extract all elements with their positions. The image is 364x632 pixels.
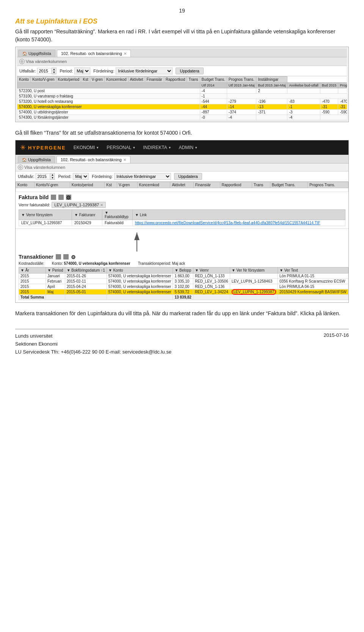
period-select[interactable]: Maj	[74, 68, 90, 74]
footer-content: Lunds universitet Sektionen Ekonomi LU S…	[15, 332, 349, 356]
nav-admin[interactable]: ADMIN ▼	[179, 145, 198, 150]
toolbar-1: ⊙ Visa vänsterkolumnen	[17, 57, 347, 66]
table-row-highlighted[interactable]: 574000, U vetenskapliga konferenser -44 …	[17, 104, 347, 110]
trans-row-1[interactable]: 2015 Januari 2015-01-26 574000, U vetens…	[19, 274, 348, 279]
filter-icon[interactable]: ▼	[74, 213, 78, 217]
spin-down[interactable]: ▼	[52, 71, 56, 74]
chevron-down-icon: ▼	[133, 146, 136, 149]
td-konto: 574000, U vetenskapliga konferenser	[107, 279, 173, 284]
th-konto: Konto	[16, 182, 35, 188]
faktura-bild-label: Faktura bild	[19, 194, 49, 200]
close-icon[interactable]: ✕	[124, 52, 127, 56]
spin-down-2[interactable]: ▼	[50, 176, 55, 179]
close-icon[interactable]: ✕	[100, 203, 103, 207]
filter-icon[interactable]: ▼	[195, 268, 199, 272]
intro-text: Gå till rapporten “Resultaträkning”. Mar…	[15, 28, 349, 44]
td-period: Februari	[46, 279, 65, 284]
tab-uppgiftslista-1[interactable]: 🏠 Uppgiftslista	[18, 50, 55, 57]
faktura-link[interactable]: https://www.proceedo.net/fileDownloadSer…	[135, 221, 320, 225]
faktura-bild-title: Faktura bild ⚙	[19, 194, 345, 200]
trans-row-3[interactable]: 2015 April 2015-04-24 574000, U vetenska…	[19, 284, 348, 289]
td-total-label: Total Summa	[19, 295, 46, 300]
fordelning-select[interactable]: Inklusive fördelningar	[116, 68, 173, 74]
show-col-icon: ⊙	[19, 59, 25, 64]
filter-icon[interactable]: ▼	[108, 268, 112, 272]
pdf-icon[interactable]	[58, 195, 64, 200]
utfallsar-input-2[interactable]	[36, 173, 50, 179]
td-link[interactable]: https://www.proceedo.net/fileDownloadSer…	[133, 220, 345, 226]
th-link: ▼ Link	[133, 210, 345, 220]
fordelning-select-2[interactable]: Inklusive fördelningar	[114, 173, 171, 180]
td-vernr: RED_LÖN_1-136	[193, 284, 230, 289]
filter-icon[interactable]: ▼	[20, 268, 24, 272]
filter-icon[interactable]: ▼	[174, 268, 178, 272]
period-select-2[interactable]: Maj	[73, 173, 89, 180]
trans-row-4-highlighted[interactable]: 2015 Maj 2015-05-01 574000, U vetenskapl…	[19, 289, 348, 295]
filter-icon[interactable]: ▼	[135, 213, 139, 217]
show-col-btn-2[interactable]: ⊙ Visa vänsterkolumnen	[18, 165, 346, 170]
kostnadsstalle-label: Kostnadsställe:	[19, 261, 44, 266]
utfallsar-spinbox[interactable]: ▲ ▼	[37, 68, 56, 74]
uppdatera-btn-2[interactable]: Uppdatera	[174, 173, 202, 180]
show-col-label-1: Visa vänsterkolumnen	[26, 59, 67, 64]
td-ver-text: 0356 Konftavg R Scaramuzzino ECSW	[278, 279, 348, 284]
td-avv: -3	[287, 110, 320, 115]
tab-label: Uppgiftslista	[28, 157, 51, 162]
filter-icon[interactable]: ▼	[105, 211, 108, 215]
trans-meta: Kostnadsställe: Konto: 574000, U vetensk…	[19, 261, 345, 266]
nav-personal[interactable]: PERSONAL ▼	[107, 145, 135, 150]
th-period: ▼ Period	[46, 267, 65, 274]
instruction-3: Markera transaktionen för den Lupinfaktu…	[15, 310, 349, 318]
home-icon: 🏠	[22, 52, 27, 56]
settings-icon[interactable]: ⚙	[71, 254, 76, 259]
chevron-down-icon: ▼	[195, 146, 198, 149]
th-trans: Trans	[252, 182, 270, 188]
nav-indirekta-label: INDIREKTA	[143, 145, 167, 150]
tab-resultat-2[interactable]: 102. Resultat- och balansräkning ✕	[56, 156, 130, 163]
spin-up[interactable]: ▲	[52, 68, 56, 71]
table-row: 572200, U post -4 2	[17, 88, 347, 94]
faktura-bild-section: Faktura bild ⚙ Vernr fakturabild: LEV_LU…	[16, 192, 348, 229]
th-bud2015: Bud 2015	[320, 83, 338, 88]
tab-resultat-1[interactable]: 102. Resultat- och balansräkning ✕	[57, 50, 131, 57]
th-belopp: ▼ Belopp	[173, 267, 193, 274]
trans-row-2[interactable]: 2015 Februari 2015-02-11 574000, U veten…	[19, 279, 348, 284]
spin-up-2[interactable]: ▲	[50, 173, 55, 176]
period-label-2: Period:	[58, 174, 71, 179]
td-bud: 2	[256, 88, 287, 94]
filter-icon[interactable]: ▼	[232, 268, 235, 272]
close-icon[interactable]: ✕	[123, 158, 126, 162]
th-koncernkod: Koncernkod	[137, 182, 170, 188]
vernr-label: Vernr fakturabild:	[19, 203, 50, 207]
filter-icon[interactable]: ▼	[21, 213, 25, 217]
nav-ekonomi[interactable]: EKONOMI ▼	[74, 145, 99, 150]
nav-indirekta[interactable]: INDIREKTA ▼	[143, 145, 171, 150]
export-icon[interactable]	[56, 254, 61, 259]
filter-icon[interactable]: ▼	[47, 268, 51, 272]
td-utfall2015: -14	[227, 104, 256, 110]
filter-row-2: Utfallsår: ▲ ▼ Period: Maj Fördelning:	[16, 171, 348, 182]
transaktioner-section: Transaktioner ⚙ Kostnadsställe: Konto: 5…	[16, 252, 348, 302]
tab-uppgiftslista-2[interactable]: 🏠 Uppgiftslista	[18, 156, 55, 163]
utfallsar-spinbox-2[interactable]: ▲ ▼	[36, 173, 55, 180]
tab-label: 102. Resultat- och balansräkning	[61, 51, 122, 56]
uppdatera-btn-1[interactable]: Uppdatera	[176, 68, 203, 74]
td-fakturanr: 20150429	[72, 220, 102, 226]
nav-admin-label: ADMIN	[179, 145, 194, 150]
show-col-btn-1[interactable]: ⊙ Visa vänsterkolumnen	[19, 59, 67, 64]
fordelning-label-2: Fördelning:	[92, 174, 113, 179]
export-icon[interactable]	[51, 195, 56, 200]
fordelning-label: Fördelning:	[93, 69, 114, 73]
filter-icon[interactable]: ▼	[67, 268, 71, 272]
settings-icon[interactable]: ⚙	[66, 195, 71, 200]
th-budget-trans: Budget Trans.	[270, 182, 308, 188]
utfallsar-input[interactable]	[37, 68, 52, 74]
th-konto: Konto	[17, 77, 31, 83]
td-bud: -371	[256, 110, 287, 115]
pdf-icon[interactable]	[63, 254, 69, 259]
sort-icon[interactable]: ↑1	[101, 268, 105, 272]
fordelning-group: Fördelning: Inklusive fördelningar	[93, 68, 173, 74]
td-bud2015: -31	[320, 104, 338, 110]
filter-icon[interactable]: ▼	[279, 268, 283, 272]
trans-table: ▼ År ▼ Period ▼ Bokföringsdatum ↑1 ▼ Kon…	[19, 267, 348, 300]
